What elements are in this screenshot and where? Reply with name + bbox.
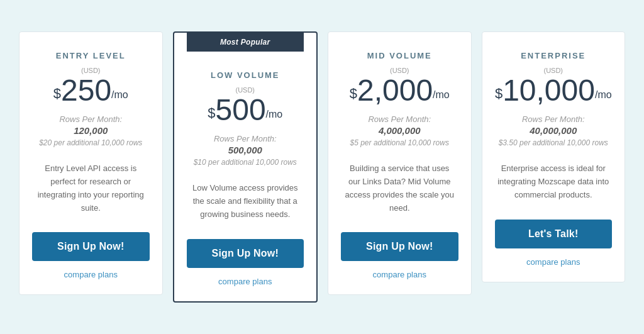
plan-card-mid-volume: Mid Volume (USD) $ 2,000 /mo Rows Per Mo… bbox=[328, 31, 472, 295]
plan-cta-button-low-volume[interactable]: Sign Up Now! bbox=[187, 239, 304, 268]
plan-price-period-entry-level: /mo bbox=[111, 89, 128, 101]
plan-price-period-mid-volume: /mo bbox=[433, 89, 450, 101]
plan-price-period-enterprise: /mo bbox=[595, 89, 612, 101]
plan-rows-value-entry-level: 120,000 bbox=[74, 125, 108, 136]
most-popular-banner: Most Popular bbox=[187, 33, 304, 52]
plan-price-amount-entry-level: 250 bbox=[61, 75, 111, 106]
plan-price-row-mid-volume: $ 2,000 /mo bbox=[350, 75, 450, 106]
plan-additional-enterprise: $3.50 per additional 10,000 rows bbox=[499, 138, 608, 147]
plan-additional-entry-level: $20 per additional 10,000 rows bbox=[39, 138, 142, 147]
plan-description-entry-level: Entry Level API access is perfect for re… bbox=[32, 162, 150, 214]
plan-additional-low-volume: $10 per additional 10,000 rows bbox=[194, 158, 297, 167]
plan-cta-button-enterprise[interactable]: Let's Talk! bbox=[495, 220, 613, 248]
plan-rows-value-low-volume: 500,000 bbox=[228, 145, 262, 155]
plan-price-row-low-volume: $ 500 /mo bbox=[208, 95, 282, 125]
plan-price-row-enterprise: $ 10,000 /mo bbox=[495, 75, 612, 106]
plan-compare-link-mid-volume[interactable]: compare plans bbox=[373, 270, 426, 279]
plan-rows-label-enterprise: Rows Per Month: bbox=[522, 114, 585, 124]
plan-card-enterprise: Enterprise (USD) $ 10,000 /mo Rows Per M… bbox=[482, 31, 626, 282]
plan-compare-link-enterprise[interactable]: compare plans bbox=[526, 257, 580, 267]
plan-dollar-sign-entry-level: $ bbox=[53, 87, 61, 101]
plan-name-low-volume: Low Volume bbox=[211, 70, 280, 80]
plan-dollar-sign-mid-volume: $ bbox=[350, 87, 357, 101]
plan-compare-link-low-volume[interactable]: compare plans bbox=[218, 277, 272, 286]
plan-cta-button-mid-volume[interactable]: Sign Up Now! bbox=[341, 232, 458, 261]
plan-cta-button-entry-level[interactable]: Sign Up Now! bbox=[32, 232, 150, 261]
plan-rows-value-mid-volume: 4,000,000 bbox=[379, 125, 421, 136]
plan-description-enterprise: Enterprise access is ideal for integrati… bbox=[495, 162, 613, 201]
plan-rows-label-entry-level: Rows Per Month: bbox=[59, 114, 122, 124]
plan-name-enterprise: Enterprise bbox=[521, 51, 586, 60]
plan-compare-link-entry-level[interactable]: compare plans bbox=[64, 270, 118, 279]
plan-price-period-low-volume: /mo bbox=[266, 109, 283, 120]
plan-price-amount-mid-volume: 2,000 bbox=[357, 75, 433, 106]
plan-additional-mid-volume: $5 per additional 10,000 rows bbox=[350, 138, 449, 147]
plan-rows-value-enterprise: 40,000,000 bbox=[530, 125, 577, 136]
plan-price-amount-low-volume: 500 bbox=[215, 95, 265, 125]
plan-dollar-sign-enterprise: $ bbox=[495, 87, 502, 101]
plan-card-low-volume: Most Popular Low Volume (USD) $ 500 /mo … bbox=[173, 31, 318, 302]
plan-description-mid-volume: Building a service that uses our Links D… bbox=[341, 162, 458, 214]
plan-rows-label-low-volume: Rows Per Month: bbox=[214, 134, 277, 143]
pricing-container: Entry Level (USD) $ 250 /mo Rows Per Mon… bbox=[14, 31, 630, 302]
plan-dollar-sign-low-volume: $ bbox=[208, 106, 215, 120]
plan-rows-label-mid-volume: Rows Per Month: bbox=[368, 114, 431, 124]
plan-card-entry-level: Entry Level (USD) $ 250 /mo Rows Per Mon… bbox=[19, 31, 163, 295]
plan-price-amount-enterprise: 10,000 bbox=[502, 75, 595, 106]
plan-name-mid-volume: Mid Volume bbox=[367, 51, 432, 60]
plan-price-row-entry-level: $ 250 /mo bbox=[53, 75, 128, 106]
plan-description-low-volume: Low Volume access provides the scale and… bbox=[187, 182, 304, 221]
plan-name-entry-level: Entry Level bbox=[56, 51, 126, 60]
